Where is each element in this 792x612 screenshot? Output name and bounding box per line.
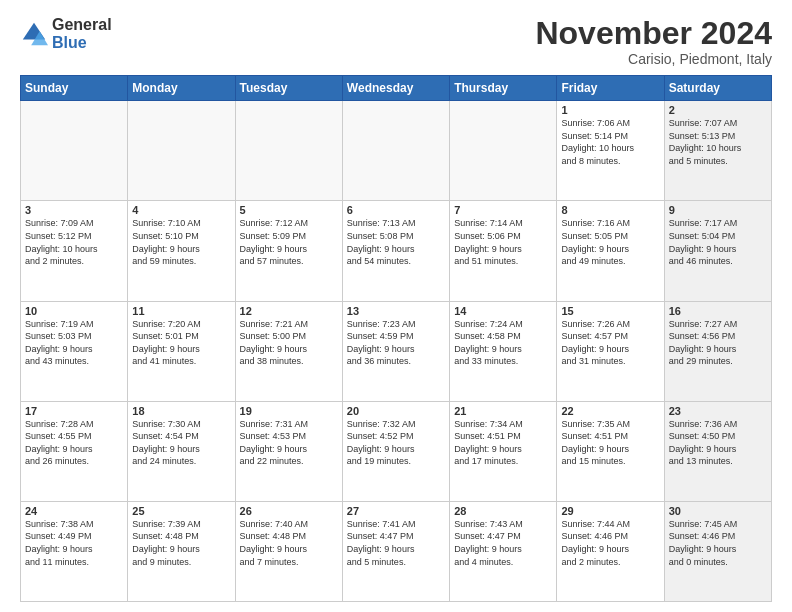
day-number: 29 [561, 505, 659, 517]
weekday-header-sunday: Sunday [21, 76, 128, 101]
day-info: Sunrise: 7:27 AM Sunset: 4:56 PM Dayligh… [669, 318, 767, 368]
day-number: 18 [132, 405, 230, 417]
day-cell: 20Sunrise: 7:32 AM Sunset: 4:52 PM Dayli… [342, 401, 449, 501]
day-info: Sunrise: 7:26 AM Sunset: 4:57 PM Dayligh… [561, 318, 659, 368]
day-number: 8 [561, 204, 659, 216]
day-info: Sunrise: 7:34 AM Sunset: 4:51 PM Dayligh… [454, 418, 552, 468]
day-info: Sunrise: 7:09 AM Sunset: 5:12 PM Dayligh… [25, 217, 123, 267]
day-number: 25 [132, 505, 230, 517]
weekday-header-wednesday: Wednesday [342, 76, 449, 101]
day-number: 15 [561, 305, 659, 317]
day-number: 13 [347, 305, 445, 317]
day-number: 23 [669, 405, 767, 417]
weekday-header-saturday: Saturday [664, 76, 771, 101]
day-number: 1 [561, 104, 659, 116]
day-number: 26 [240, 505, 338, 517]
day-number: 16 [669, 305, 767, 317]
day-cell: 15Sunrise: 7:26 AM Sunset: 4:57 PM Dayli… [557, 301, 664, 401]
day-cell: 23Sunrise: 7:36 AM Sunset: 4:50 PM Dayli… [664, 401, 771, 501]
weekday-header-monday: Monday [128, 76, 235, 101]
day-info: Sunrise: 7:36 AM Sunset: 4:50 PM Dayligh… [669, 418, 767, 468]
day-info: Sunrise: 7:44 AM Sunset: 4:46 PM Dayligh… [561, 518, 659, 568]
day-info: Sunrise: 7:10 AM Sunset: 5:10 PM Dayligh… [132, 217, 230, 267]
day-cell [342, 101, 449, 201]
weekday-header-tuesday: Tuesday [235, 76, 342, 101]
day-cell: 8Sunrise: 7:16 AM Sunset: 5:05 PM Daylig… [557, 201, 664, 301]
day-cell: 26Sunrise: 7:40 AM Sunset: 4:48 PM Dayli… [235, 501, 342, 601]
day-number: 5 [240, 204, 338, 216]
header: General Blue November 2024 Carisio, Pied… [20, 16, 772, 67]
week-row-2: 3Sunrise: 7:09 AM Sunset: 5:12 PM Daylig… [21, 201, 772, 301]
day-info: Sunrise: 7:23 AM Sunset: 4:59 PM Dayligh… [347, 318, 445, 368]
day-number: 24 [25, 505, 123, 517]
day-cell: 16Sunrise: 7:27 AM Sunset: 4:56 PM Dayli… [664, 301, 771, 401]
day-cell: 3Sunrise: 7:09 AM Sunset: 5:12 PM Daylig… [21, 201, 128, 301]
logo-icon [20, 20, 48, 48]
day-info: Sunrise: 7:06 AM Sunset: 5:14 PM Dayligh… [561, 117, 659, 167]
day-cell: 13Sunrise: 7:23 AM Sunset: 4:59 PM Dayli… [342, 301, 449, 401]
day-number: 9 [669, 204, 767, 216]
day-number: 20 [347, 405, 445, 417]
day-cell: 17Sunrise: 7:28 AM Sunset: 4:55 PM Dayli… [21, 401, 128, 501]
day-number: 10 [25, 305, 123, 317]
weekday-header-thursday: Thursday [450, 76, 557, 101]
weekday-header-friday: Friday [557, 76, 664, 101]
day-cell: 10Sunrise: 7:19 AM Sunset: 5:03 PM Dayli… [21, 301, 128, 401]
day-info: Sunrise: 7:16 AM Sunset: 5:05 PM Dayligh… [561, 217, 659, 267]
day-cell: 29Sunrise: 7:44 AM Sunset: 4:46 PM Dayli… [557, 501, 664, 601]
day-cell: 5Sunrise: 7:12 AM Sunset: 5:09 PM Daylig… [235, 201, 342, 301]
day-info: Sunrise: 7:32 AM Sunset: 4:52 PM Dayligh… [347, 418, 445, 468]
day-info: Sunrise: 7:30 AM Sunset: 4:54 PM Dayligh… [132, 418, 230, 468]
day-cell: 4Sunrise: 7:10 AM Sunset: 5:10 PM Daylig… [128, 201, 235, 301]
day-cell: 1Sunrise: 7:06 AM Sunset: 5:14 PM Daylig… [557, 101, 664, 201]
day-cell: 21Sunrise: 7:34 AM Sunset: 4:51 PM Dayli… [450, 401, 557, 501]
week-row-3: 10Sunrise: 7:19 AM Sunset: 5:03 PM Dayli… [21, 301, 772, 401]
day-cell: 7Sunrise: 7:14 AM Sunset: 5:06 PM Daylig… [450, 201, 557, 301]
day-cell: 11Sunrise: 7:20 AM Sunset: 5:01 PM Dayli… [128, 301, 235, 401]
day-number: 12 [240, 305, 338, 317]
day-cell [128, 101, 235, 201]
day-cell: 18Sunrise: 7:30 AM Sunset: 4:54 PM Dayli… [128, 401, 235, 501]
day-cell: 24Sunrise: 7:38 AM Sunset: 4:49 PM Dayli… [21, 501, 128, 601]
day-info: Sunrise: 7:24 AM Sunset: 4:58 PM Dayligh… [454, 318, 552, 368]
day-number: 3 [25, 204, 123, 216]
day-number: 11 [132, 305, 230, 317]
day-info: Sunrise: 7:07 AM Sunset: 5:13 PM Dayligh… [669, 117, 767, 167]
day-cell: 22Sunrise: 7:35 AM Sunset: 4:51 PM Dayli… [557, 401, 664, 501]
day-info: Sunrise: 7:41 AM Sunset: 4:47 PM Dayligh… [347, 518, 445, 568]
day-cell: 12Sunrise: 7:21 AM Sunset: 5:00 PM Dayli… [235, 301, 342, 401]
month-title: November 2024 [535, 16, 772, 51]
day-cell: 30Sunrise: 7:45 AM Sunset: 4:46 PM Dayli… [664, 501, 771, 601]
day-number: 28 [454, 505, 552, 517]
title-block: November 2024 Carisio, Piedmont, Italy [535, 16, 772, 67]
day-info: Sunrise: 7:31 AM Sunset: 4:53 PM Dayligh… [240, 418, 338, 468]
day-cell: 25Sunrise: 7:39 AM Sunset: 4:48 PM Dayli… [128, 501, 235, 601]
day-info: Sunrise: 7:20 AM Sunset: 5:01 PM Dayligh… [132, 318, 230, 368]
day-number: 21 [454, 405, 552, 417]
day-cell [450, 101, 557, 201]
day-number: 7 [454, 204, 552, 216]
day-cell: 2Sunrise: 7:07 AM Sunset: 5:13 PM Daylig… [664, 101, 771, 201]
day-number: 19 [240, 405, 338, 417]
day-info: Sunrise: 7:21 AM Sunset: 5:00 PM Dayligh… [240, 318, 338, 368]
day-cell: 6Sunrise: 7:13 AM Sunset: 5:08 PM Daylig… [342, 201, 449, 301]
weekday-header-row: SundayMondayTuesdayWednesdayThursdayFrid… [21, 76, 772, 101]
day-cell: 14Sunrise: 7:24 AM Sunset: 4:58 PM Dayli… [450, 301, 557, 401]
week-row-5: 24Sunrise: 7:38 AM Sunset: 4:49 PM Dayli… [21, 501, 772, 601]
day-info: Sunrise: 7:45 AM Sunset: 4:46 PM Dayligh… [669, 518, 767, 568]
day-cell: 19Sunrise: 7:31 AM Sunset: 4:53 PM Dayli… [235, 401, 342, 501]
day-info: Sunrise: 7:40 AM Sunset: 4:48 PM Dayligh… [240, 518, 338, 568]
day-cell: 9Sunrise: 7:17 AM Sunset: 5:04 PM Daylig… [664, 201, 771, 301]
day-number: 17 [25, 405, 123, 417]
day-number: 30 [669, 505, 767, 517]
page: General Blue November 2024 Carisio, Pied… [0, 0, 792, 612]
day-info: Sunrise: 7:14 AM Sunset: 5:06 PM Dayligh… [454, 217, 552, 267]
day-info: Sunrise: 7:13 AM Sunset: 5:08 PM Dayligh… [347, 217, 445, 267]
day-number: 14 [454, 305, 552, 317]
day-cell: 28Sunrise: 7:43 AM Sunset: 4:47 PM Dayli… [450, 501, 557, 601]
day-number: 2 [669, 104, 767, 116]
day-info: Sunrise: 7:43 AM Sunset: 4:47 PM Dayligh… [454, 518, 552, 568]
day-info: Sunrise: 7:17 AM Sunset: 5:04 PM Dayligh… [669, 217, 767, 267]
day-number: 22 [561, 405, 659, 417]
day-number: 6 [347, 204, 445, 216]
